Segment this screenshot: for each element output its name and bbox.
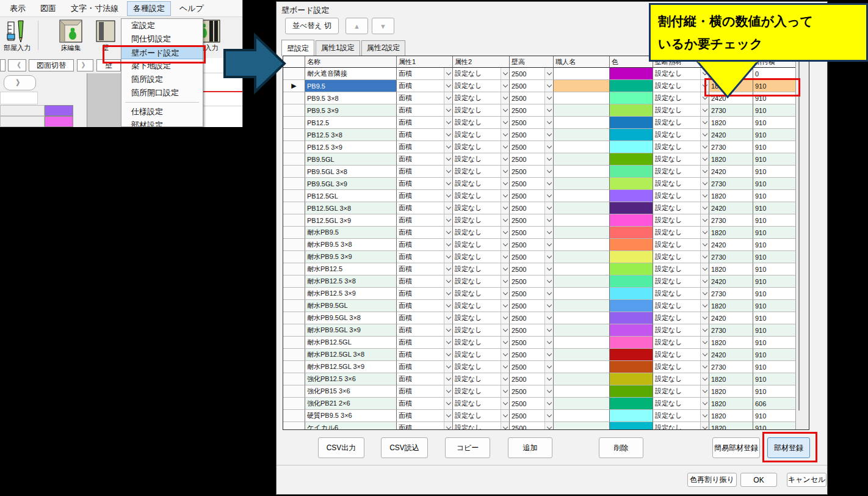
cell-layout-v[interactable]: 1820: [709, 337, 753, 349]
chevron-down-icon[interactable]: [700, 324, 709, 336]
cell-attr2-select[interactable]: 設定なし: [453, 80, 510, 92]
cell-color[interactable]: [610, 361, 653, 373]
cell-color[interactable]: [610, 300, 653, 312]
chevron-down-icon[interactable]: [544, 214, 553, 226]
cell-layout-h[interactable]: 910: [753, 337, 796, 349]
chevron-down-icon[interactable]: [544, 324, 553, 336]
cell-layout-h[interactable]: 910: [753, 349, 796, 361]
table-row[interactable]: 耐水PB9.5 3×8面積設定なし2500設定なし2420910: [283, 239, 809, 251]
chevron-down-icon[interactable]: [700, 275, 709, 287]
chevron-down-icon[interactable]: [501, 361, 509, 373]
cell-worker-name[interactable]: [554, 361, 610, 373]
cell-name[interactable]: PB9.5GL 3×8: [305, 166, 397, 178]
chevron-down-icon[interactable]: [501, 202, 509, 214]
cell-name[interactable]: PB12.5 3×8: [305, 129, 397, 141]
palette-swatch-pink[interactable]: [45, 116, 73, 127]
chevron-down-icon[interactable]: [700, 153, 709, 165]
chevron-down-icon[interactable]: [544, 166, 553, 177]
cell-name[interactable]: 強化PB15 3×6: [305, 385, 397, 398]
cell-worker-name[interactable]: [554, 324, 610, 337]
cell-color[interactable]: [610, 288, 653, 300]
cell-worker-name[interactable]: [554, 239, 610, 251]
cell-wall-height-select[interactable]: 2500: [510, 312, 554, 324]
cell-insulation-select[interactable]: 設定なし: [653, 117, 709, 129]
cell-attr2-select[interactable]: 設定なし: [453, 117, 510, 129]
ok-button[interactable]: OK: [740, 473, 777, 487]
palette-swatch-purple[interactable]: [45, 105, 73, 116]
cell-attr1-select[interactable]: 面積: [397, 104, 453, 117]
cell-layout-v[interactable]: 1820: [709, 227, 753, 239]
cell-worker-name[interactable]: [554, 373, 610, 385]
cell-attr2-select[interactable]: 設定なし: [453, 398, 510, 410]
cell-insulation-select[interactable]: 設定なし: [653, 190, 709, 202]
cell-insulation-select[interactable]: 設定なし: [653, 166, 709, 178]
cell-attr1-select[interactable]: 面積: [397, 410, 453, 422]
cell-wall-height-select[interactable]: 2500: [510, 422, 554, 430]
cell-color[interactable]: [610, 275, 653, 288]
cell-worker-name[interactable]: [554, 214, 610, 227]
cell-name[interactable]: 耐水PB12.5GL 3×8: [305, 349, 397, 361]
copy-button[interactable]: コピー: [445, 437, 490, 458]
chevron-down-icon[interactable]: [501, 239, 509, 250]
cell-attr1-select[interactable]: 面積: [397, 202, 453, 214]
cell-layout-v[interactable]: 1820: [709, 410, 753, 422]
cell-attr1-select[interactable]: 面積: [397, 141, 453, 153]
cell-layout-v[interactable]: 1820: [709, 385, 753, 398]
table-row[interactable]: ケイカル6面積設定なし2500設定なし1820910: [283, 422, 809, 430]
chevron-down-icon[interactable]: [501, 227, 509, 238]
cell-insulation-select[interactable]: 設定なし: [653, 373, 709, 385]
cell-name[interactable]: 耐水PB9.5: [305, 227, 397, 239]
cell-insulation-select[interactable]: 設定なし: [653, 422, 709, 430]
chevron-down-icon[interactable]: [501, 410, 509, 421]
chevron-down-icon[interactable]: [501, 312, 509, 324]
table-row[interactable]: 耐水PB12.5GL 3×9面積設定なし2500設定なし2730910: [283, 361, 809, 373]
cell-worker-name[interactable]: [554, 92, 610, 104]
panel-expand-button[interactable]: 》: [4, 75, 36, 90]
chevron-down-icon[interactable]: [501, 166, 509, 177]
cell-layout-h[interactable]: 910: [753, 288, 796, 300]
chevron-down-icon[interactable]: [700, 202, 709, 214]
cell-insulation-select[interactable]: 設定なし: [653, 263, 709, 275]
cell-insulation-select[interactable]: 設定なし: [653, 251, 709, 263]
cell-layout-v[interactable]: 2730: [709, 214, 753, 227]
chevron-down-icon[interactable]: [700, 251, 709, 263]
chevron-down-icon[interactable]: [544, 68, 553, 79]
chevron-down-icon[interactable]: [444, 385, 452, 397]
cell-name[interactable]: 耐水PB12.5 3×9: [305, 288, 397, 300]
chevron-down-icon[interactable]: [501, 337, 509, 348]
chevron-down-icon[interactable]: [544, 178, 553, 189]
cell-attr1-select[interactable]: 面積: [397, 361, 453, 373]
cell-layout-v[interactable]: 1820: [709, 117, 753, 129]
chevron-down-icon[interactable]: [544, 251, 553, 263]
cell-color[interactable]: [610, 324, 653, 337]
chevron-down-icon[interactable]: [544, 361, 553, 373]
cell-name[interactable]: PB9.5 3×9: [305, 104, 397, 117]
chevron-down-icon[interactable]: [444, 422, 452, 430]
chevron-down-icon[interactable]: [444, 300, 452, 312]
table-row[interactable]: PB12.5 3×8面積設定なし2500設定なし2420910: [283, 129, 809, 141]
cell-color[interactable]: [610, 129, 653, 141]
cell-name[interactable]: 強化PB12.5 3×6: [305, 373, 397, 385]
cell-worker-name[interactable]: [554, 251, 610, 263]
cell-wall-height-select[interactable]: 2500: [510, 227, 554, 239]
cell-insulation-select[interactable]: 設定なし: [653, 214, 709, 227]
cell-attr1-select[interactable]: 面積: [397, 80, 453, 92]
cell-name[interactable]: PB9.5 3×8: [305, 92, 397, 104]
cell-attr2-select[interactable]: 設定なし: [453, 385, 510, 398]
chevron-down-icon[interactable]: [501, 141, 509, 153]
cell-worker-name[interactable]: [554, 410, 610, 422]
chevron-down-icon[interactable]: [501, 275, 509, 287]
panel-input[interactable]: [0, 92, 38, 104]
chevron-down-icon[interactable]: [444, 129, 452, 140]
cell-layout-v[interactable]: 1820: [709, 422, 753, 430]
chevron-down-icon[interactable]: [501, 129, 509, 140]
chevron-down-icon[interactable]: [444, 80, 452, 92]
chevron-down-icon[interactable]: [444, 337, 452, 348]
cell-worker-name[interactable]: [554, 117, 610, 129]
cell-layout-v[interactable]: 2730: [709, 288, 753, 300]
cell-attr1-select[interactable]: 面積: [397, 214, 453, 227]
chevron-down-icon[interactable]: [501, 288, 509, 299]
cell-attr1-select[interactable]: 面積: [397, 373, 453, 385]
cell-worker-name[interactable]: [554, 288, 610, 300]
cell-attr2-select[interactable]: 設定なし: [453, 129, 510, 141]
